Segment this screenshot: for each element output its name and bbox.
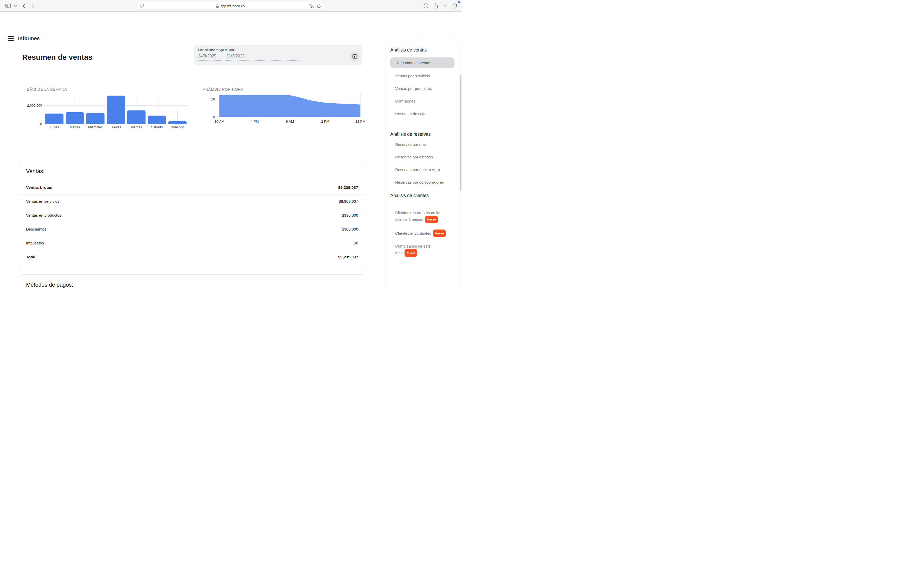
svg-text:文: 文 [312, 6, 314, 8]
bar-viernes [128, 110, 146, 124]
sidebar-section-list: Clientes recurrentes en los últimos 2 me… [390, 210, 454, 257]
url-text: app.weibook.co [220, 4, 245, 8]
ventas-table: Ventas brutas$9,239,037Ventas en servici… [19, 181, 365, 264]
sidebar-item-reservas-por-estados[interactable]: Reservas por estados [390, 154, 454, 160]
table-row-ventas-en-servicios: Ventas en servicios$8,903,037 [19, 195, 365, 208]
calendar-button[interactable] [350, 52, 359, 61]
sidebar-item-cumpleaños-de-este-mes[interactable]: Cumpleaños de este mesNuevo [390, 243, 435, 257]
row-label: Impuestos [26, 241, 44, 245]
table-row-ventas-brutas: Ventas brutas$9,239,037 [19, 181, 365, 195]
browser-toolbar: app.weibook.co A文 [0, 0, 462, 11]
sidebar-section-title: Análisis de ventas [390, 47, 454, 53]
table-row-ventas-en-productos: Ventas en productos$336,000 [19, 208, 365, 222]
bar-chart-xtick: Miércoles [88, 125, 103, 129]
sidebar-item-ventas-por-productos[interactable]: Ventas por productos [390, 86, 454, 92]
bar-chart-ytick: 2,000,000 [27, 103, 42, 107]
sidebar-toggle-icon[interactable] [5, 0, 11, 11]
nuevo-badge: Nuevo [404, 249, 417, 257]
sidebar-item-resumen-de-ventas[interactable]: Resumen de ventas [390, 58, 454, 68]
sidebar-divider [390, 203, 454, 203]
area-chart-xtick: 2 PM [321, 119, 329, 123]
sidebar-item-resumen-de-caja[interactable]: Resumen de caja [390, 111, 454, 117]
recording-dot [458, 1, 460, 3]
sidebar-item-reservas-por-días[interactable]: Reservas por días [390, 142, 454, 147]
sidebar-item-label: Ventas por servicios [395, 74, 430, 78]
row-label: Ventas en productos [26, 213, 61, 218]
row-value: $9,239,037 [338, 185, 358, 190]
back-icon[interactable] [21, 0, 26, 11]
bar-chart-xtick: Martes [69, 125, 80, 129]
sidebar-section-list: Reservas por díasReservas por estadosRes… [390, 142, 454, 185]
row-label: Descuentos [26, 227, 47, 231]
tabs-overview-icon[interactable] [451, 0, 458, 11]
row-value: $8,903,037 [339, 199, 358, 203]
sidebar-section-title: Análisis de clientes [390, 193, 454, 198]
area-chart-xtick: 10 AM [215, 119, 224, 123]
table-row-total: Total$9,239,037 [19, 250, 365, 264]
row-label: Total [26, 255, 36, 259]
bar-chart-xtick: Lunes [50, 125, 59, 129]
row-label: Ventas brutas [26, 185, 52, 190]
ventas-card-title: Ventas: [26, 168, 45, 175]
date-start-input[interactable]: 24/3/2025 [198, 54, 221, 61]
sidebar-section-title: Análisis de reservas [390, 132, 454, 137]
metodos-card: Métodos de pagos: [19, 274, 365, 288]
reports-sidebar: Análisis de ventasResumen de ventasVenta… [385, 42, 459, 288]
bar-miércoles [86, 113, 104, 124]
new-tab-icon[interactable] [442, 0, 448, 11]
forward-icon[interactable] [31, 0, 36, 11]
page-title: Resumen de ventas [22, 53, 92, 61]
sidebar-item-label: Ventas por productos [395, 86, 432, 91]
row-label: Ventas en servicios [26, 199, 59, 203]
sidebar-item-comisiones[interactable]: Comisiones [390, 98, 454, 104]
bar-chart-ytick: 0 [40, 122, 42, 126]
hamburger-icon[interactable] [8, 36, 14, 41]
area-chart-xtick: 12 PM [355, 119, 365, 123]
translate-icon[interactable]: A文 [309, 4, 314, 8]
area-chart-xtick: 4 PM [250, 119, 259, 123]
reload-icon[interactable] [317, 4, 321, 8]
bar-chart: 02,000,000LunesMartesMiércolesJuevesVier… [21, 87, 196, 132]
row-value: $9,239,037 [338, 255, 358, 259]
sidebar-item-reservas-por-colaboradores[interactable]: Reservas por colaboradores [390, 179, 454, 185]
area-chart-ytick: 10 [211, 97, 215, 101]
sidebar-item-label: Reservas por estados [395, 155, 433, 159]
bar-lunes [45, 114, 63, 124]
bar-sábado [148, 116, 166, 124]
sidebar-item-label: Reservas por días [395, 142, 426, 147]
download-icon[interactable] [423, 0, 429, 11]
lock-icon [216, 4, 219, 8]
date-range-label: Seleccionar rango de días [198, 48, 235, 52]
table-row-descuentos: Descuentos$300,000 [19, 222, 365, 236]
date-end-input[interactable]: 31/3/2025 [226, 54, 302, 61]
chevron-down-icon[interactable] [13, 0, 17, 11]
sidebar-item-clientes-impuntuales[interactable]: Clientes impuntualesNuevo [390, 229, 454, 237]
area-series [220, 95, 360, 117]
sidebar-item-label: Comisiones [395, 99, 415, 103]
sidebar-item-label: Resumen de ventas [397, 61, 431, 65]
app-header: Informes [0, 11, 462, 39]
bar-jueves [107, 95, 125, 124]
row-value: $336,000 [342, 213, 358, 218]
bar-martes [66, 112, 84, 124]
bar-chart-xtick: Domingo [171, 125, 184, 129]
address-bar[interactable]: app.weibook.co A文 [137, 2, 324, 10]
bar-chart-xtick: Jueves [111, 125, 121, 129]
bar-chart-xtick: Viernes [131, 125, 142, 129]
area-chart-ytick: 0 [213, 115, 215, 119]
row-value: $300,000 [342, 227, 358, 231]
nuevo-badge: Nuevo [433, 229, 446, 237]
window-scrollbar[interactable] [460, 75, 462, 191]
share-icon[interactable] [433, 0, 439, 11]
sidebar-item-ventas-por-servicios[interactable]: Ventas por servicios [390, 73, 454, 79]
area-chart-xtick: 9 AM [286, 119, 294, 123]
row-value: $0 [354, 241, 358, 245]
bar-chart-xtick: Sábado [151, 125, 163, 129]
area-chart: 01010 AM4 PM9 AM2 PM12 PM [205, 87, 375, 132]
sidebar-divider [390, 124, 454, 124]
date-range-panel: Seleccionar rango de días 24/3/2025 – 31… [194, 45, 362, 65]
sidebar-item-reservas-por-link-o-app-[interactable]: Reservas por (Link o App) [390, 167, 454, 172]
sidebar-item-label: Clientes impuntuales [395, 231, 431, 235]
sidebar-item-clientes-recurrentes-en-los-últimos-2-meses[interactable]: Clientes recurrentes en los últimos 2 me… [390, 210, 445, 223]
app-title: Informes [18, 35, 40, 42]
